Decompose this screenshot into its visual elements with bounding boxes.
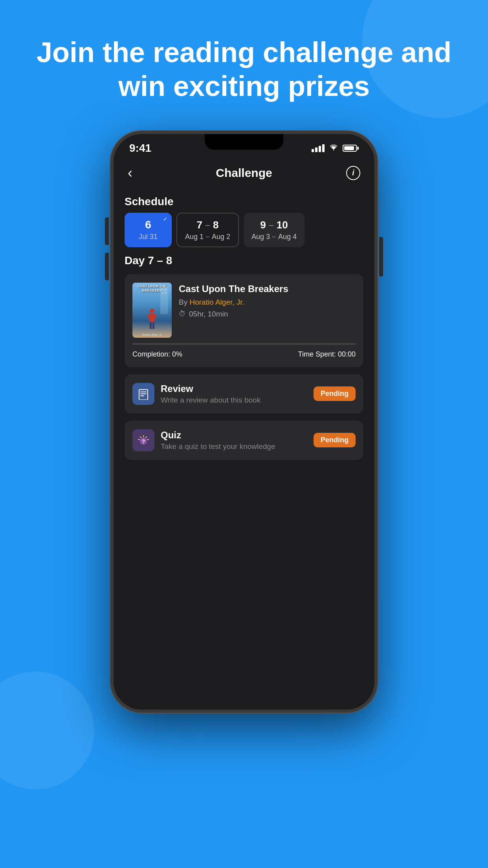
book-cover: CAST UPON THE BREAKERS [132,283,172,338]
quiz-card[interactable]: ? Quiz Take a quiz to test your knowledg… [125,421,363,460]
card-7-date: Aug 1 [185,233,204,241]
svg-rect-8 [165,289,166,290]
svg-rect-11 [139,390,148,400]
signal-icon [312,144,325,152]
info-icon: i [352,168,354,177]
status-icons [312,143,359,153]
review-description: Write a review about this book [161,396,307,405]
quiz-title: Quiz [161,430,307,441]
phone-frame: 9:41 [110,131,378,713]
review-icon [132,383,154,405]
book-info-row: CAST UPON THE BREAKERS [132,283,356,338]
review-text: Review Write a review about this book [161,383,307,405]
quiz-icon: ? [132,429,154,451]
status-time: 9:41 [129,142,151,154]
review-card[interactable]: Review Write a review about this book Pe… [125,374,363,414]
volume-down-button[interactable] [105,253,109,280]
schedule-section: Schedule ✓ 6 Jul 31 7 – [125,195,363,247]
power-button[interactable] [379,237,383,276]
svg-line-18 [146,437,147,438]
svg-rect-9 [161,292,163,294]
svg-text:?: ? [142,438,145,445]
card-7-8-days: 7 – 8 [196,219,218,231]
book-stats: Completion: 0% Time Spent: 00:00 [132,350,356,359]
navigation-bar: ‹ Challenge i [114,158,374,188]
wifi-icon [328,143,339,153]
card-9-10-dates: Aug 3 – Aug 4 [251,233,297,241]
info-button[interactable]: i [341,166,360,180]
card-8-date: Aug 2 [212,233,230,241]
svg-point-0 [150,309,154,313]
phone-screen-frame: 9:41 [110,131,378,713]
book-details: Cast Upon The Breakers By Horatio Alger,… [179,283,356,318]
svg-rect-5 [152,322,154,329]
svg-rect-4 [150,322,152,329]
schedule-card-6-date: Jul 31 [139,233,158,241]
book-author-name: Horatio Alger, Jr. [189,298,244,306]
schedule-label: Schedule [125,195,363,208]
card-9-day: 9 [260,219,266,231]
quiz-text: Quiz Take a quiz to test your knowledge [161,430,307,451]
card-7-day: 7 [196,219,202,231]
page-title: Challenge [216,166,272,180]
clock-icon: ⏱ [179,310,186,318]
time-spent-value: 00:00 [338,350,356,358]
schedule-cards: ✓ 6 Jul 31 7 – 8 Aug 1 [125,213,363,247]
book-author: By Horatio Alger, Jr. [179,298,356,307]
schedule-card-6[interactable]: ✓ 6 Jul 31 [125,213,172,247]
schedule-card-7-8[interactable]: 7 – 8 Aug 1 – Aug 2 [176,213,239,247]
battery-icon [343,145,359,152]
completion-value: 0% [172,350,182,358]
book-duration: ⏱ 05hr, 10min [179,310,356,318]
book-completion: Completion: 0% [132,350,182,359]
book-duration-value: 05hr, 10min [189,310,228,318]
card-9-date: Aug 3 [251,233,270,241]
svg-rect-7 [161,289,163,290]
book-card[interactable]: CAST UPON THE BREAKERS [125,274,363,367]
quiz-description: Take a quiz to test your knowledge [161,442,307,451]
card-10-date: Aug 4 [278,233,297,241]
completion-label: Completion: [132,350,170,358]
day-range-label: Day 7 – 8 [125,254,363,267]
notch [205,134,283,150]
schedule-card-6-day: 6 [145,219,151,231]
card-8-day: 8 [213,219,218,231]
review-title: Review [161,383,307,394]
phone-screen: 9:41 [114,134,374,710]
card-9-10-days: 9 – 10 [260,219,288,231]
svg-line-19 [140,437,141,438]
book-cover-author-text: Horatio Alger, Jr. [133,333,171,336]
card-910-dash: – [269,221,273,230]
book-progress-bar [132,343,356,345]
svg-rect-10 [165,292,166,294]
book-time-spent: Time Spent: 00:00 [298,350,356,359]
card-7-8-dates: Aug 1 – Aug 2 [185,233,230,241]
book-cover-art: CAST UPON THE BREAKERS [132,283,172,338]
volume-up-button[interactable] [105,217,109,245]
card-days-dash: – [205,221,210,230]
card-910-dates-dash: – [272,233,276,240]
review-pending-badge[interactable]: Pending [314,386,356,401]
svg-rect-6 [160,287,168,314]
time-spent-label: Time Spent: [298,350,336,358]
card-dates-dash: – [206,233,209,240]
card-10-day: 10 [277,219,288,231]
hero-title: Join the reading challenge and win excit… [0,0,488,127]
main-content: Schedule ✓ 6 Jul 31 7 – [114,188,374,710]
schedule-card-9-10[interactable]: 9 – 10 Aug 3 – Aug 4 [244,213,305,247]
back-button[interactable]: ‹ [128,165,147,181]
quiz-pending-badge[interactable]: Pending [314,433,356,447]
book-title: Cast Upon The Breakers [179,283,356,295]
